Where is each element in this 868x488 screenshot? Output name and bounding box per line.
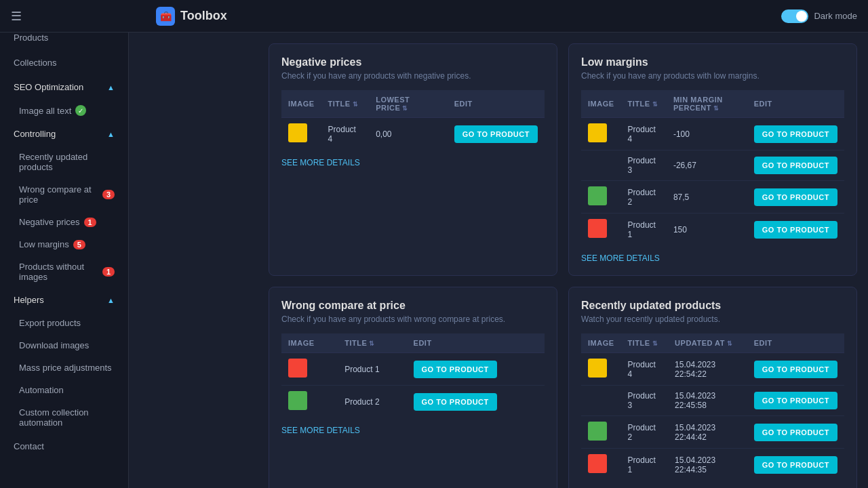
col-edit-np: EDIT: [448, 90, 545, 118]
negative-prices-see-more[interactable]: SEE MORE DETAILS: [281, 158, 360, 167]
col-image-wc: IMAGE: [281, 333, 338, 353]
sidebar-item-negative-prices[interactable]: Negative prices 1: [0, 211, 128, 233]
dark-mode-label: Dark mode: [814, 11, 857, 21]
sidebar-item-wrong-compare[interactable]: Wrong compare at price 3: [0, 178, 128, 211]
product-margin-cell: 87,5: [667, 181, 747, 214]
table-row: Product 1 GO TO PRODUCT: [281, 353, 545, 386]
low-margins-see-more[interactable]: SEE MORE DETAILS: [581, 253, 660, 263]
product-color-swatch: [588, 454, 607, 473]
product-updated-at-cell: 15.04.2023 22:44:42: [668, 416, 747, 449]
col-lowest-price-np: LOWEST PRICE⇅: [369, 90, 448, 118]
sidebar-item-contact[interactable]: Contact: [0, 434, 128, 459]
go-to-product-button[interactable]: GO TO PRODUCT: [754, 392, 837, 409]
product-lowest-price-cell: 0,00: [369, 118, 448, 150]
download-images-label: Download images: [19, 340, 89, 350]
product-title-cell: Product 1: [621, 449, 669, 481]
wrong-compare-subtitle: Check if you have any products with wron…: [281, 314, 545, 324]
product-title-cell: Product 4: [321, 118, 370, 150]
toggle-knob: [796, 11, 807, 22]
product-image-cell: [581, 353, 621, 386]
sidebar-item-recently-updated[interactable]: Recently updated products: [0, 146, 128, 178]
sidebar-item-download-images[interactable]: Download images: [0, 334, 128, 357]
sidebar-item-collections[interactable]: Collections: [0, 50, 128, 75]
product-color-swatch: [288, 123, 307, 142]
sidebar-item-custom-collection[interactable]: Custom collection automation: [0, 401, 128, 434]
product-image-cell: [281, 118, 321, 150]
wrong-compare-title: Wrong compare at price: [281, 300, 545, 312]
col-title-wc: TITLE⇅: [338, 333, 406, 353]
table-row: Product 4 15.04.2023 22:54:22 GO TO PROD…: [581, 353, 844, 386]
go-to-product-button[interactable]: GO TO PRODUCT: [754, 188, 837, 206]
hamburger-button[interactable]: ☰: [11, 9, 22, 24]
col-edit-wc: EDIT: [407, 333, 545, 353]
check-icon: ✓: [75, 105, 86, 116]
col-image-np: IMAGE: [281, 90, 321, 118]
product-image-cell: [581, 214, 621, 246]
product-updated-at-cell: 15.04.2023 22:44:35: [668, 449, 747, 481]
negative-prices-label: Negative prices: [19, 217, 80, 227]
product-image-cell: [581, 449, 621, 481]
col-updated-at-ru: UPDATED AT⇅: [668, 333, 747, 353]
go-to-product-button[interactable]: GO TO PRODUCT: [754, 424, 837, 441]
wrong-compare-label: Wrong compare at price: [19, 184, 98, 205]
go-to-product-button[interactable]: GO TO PRODUCT: [754, 157, 837, 174]
dark-mode-toggle[interactable]: Dark mode: [781, 9, 857, 23]
app-title: Toolbox: [180, 9, 227, 23]
product-image-cell: [581, 118, 621, 150]
sidebar-item-mass-price[interactable]: Mass price adjustments: [0, 357, 128, 379]
product-color-swatch: [288, 391, 307, 410]
product-edit-cell: GO TO PRODUCT: [747, 181, 844, 214]
product-title-cell: Product 2: [621, 416, 669, 449]
wrong-compare-see-more[interactable]: SEE MORE DETAILS: [281, 426, 360, 435]
table-row: Product 1 15.04.2023 22:44:35 GO TO PROD…: [581, 449, 844, 481]
toggle-switch[interactable]: [781, 9, 808, 23]
go-to-product-button[interactable]: GO TO PRODUCT: [754, 456, 837, 474]
app-header: ☰ 🧰 Toolbox Dark mode: [0, 0, 868, 33]
low-margins-label: Low margins: [19, 239, 69, 249]
sidebar: Home Products Collections SEO Optimizati…: [0, 0, 129, 488]
recently-updated-table: IMAGE TITLE⇅ UPDATED AT⇅ EDIT Product 4 …: [581, 333, 844, 481]
sidebar-item-image-alt-text[interactable]: Image all text ✓: [0, 99, 128, 122]
col-image-lm: IMAGE: [581, 90, 621, 118]
go-to-product-button[interactable]: GO TO PRODUCT: [754, 221, 837, 239]
low-margins-card: Low margins Check if you have any produc…: [568, 43, 857, 276]
go-to-product-button[interactable]: GO TO PRODUCT: [414, 393, 497, 411]
sidebar-helpers-header[interactable]: Helpers ▲: [0, 288, 128, 312]
table-row: Product 2 15.04.2023 22:44:42 GO TO PROD…: [581, 416, 844, 449]
product-edit-cell: GO TO PRODUCT: [747, 118, 844, 150]
mass-price-label: Mass price adjustments: [19, 363, 112, 373]
product-color-swatch: [588, 422, 607, 441]
product-edit-cell: GO TO PRODUCT: [747, 386, 844, 416]
seo-chevron-icon: ▲: [107, 83, 115, 92]
product-image-cell: [281, 353, 338, 386]
table-row: Product 4 0,00 GO TO PRODUCT: [281, 118, 545, 150]
table-row: Product 1 150 GO TO PRODUCT: [581, 214, 844, 246]
sidebar-controlling-header[interactable]: Controlling ▲: [0, 122, 128, 146]
product-updated-at-cell: 15.04.2023 22:54:22: [668, 353, 747, 386]
automation-label: Automation: [19, 385, 64, 395]
sidebar-item-automation[interactable]: Automation: [0, 379, 128, 401]
negative-prices-card: Negative prices Check if you have any pr…: [269, 43, 557, 276]
product-title-cell: Product 1: [621, 214, 667, 246]
sidebar-item-export-products[interactable]: Export products: [0, 312, 128, 334]
go-to-product-button[interactable]: GO TO PRODUCT: [754, 125, 837, 143]
negative-prices-subtitle: Check if you have any products with nega…: [281, 71, 545, 81]
low-margins-title: Low margins: [581, 56, 844, 68]
go-to-product-button[interactable]: GO TO PRODUCT: [754, 361, 837, 378]
product-color-swatch: [288, 359, 307, 378]
main-content: Negative prices Check if you have any pr…: [258, 33, 868, 488]
sidebar-item-low-margins[interactable]: Low margins 5: [0, 233, 128, 256]
low-margins-badge: 5: [73, 240, 85, 249]
product-image-cell: [581, 150, 621, 181]
sidebar-item-products-without-images[interactable]: Products without images 1: [0, 256, 128, 288]
go-to-product-button[interactable]: GO TO PRODUCT: [454, 125, 538, 143]
product-title-cell: Product 1: [338, 353, 406, 386]
products-without-images-badge: 1: [102, 267, 115, 277]
product-title-cell: Product 4: [621, 118, 667, 150]
product-updated-at-cell: 15.04.2023 22:45:58: [668, 386, 747, 416]
sidebar-seo-header[interactable]: SEO Optimization ▲: [0, 75, 128, 99]
col-edit-ru: EDIT: [747, 333, 844, 353]
go-to-product-button[interactable]: GO TO PRODUCT: [414, 361, 497, 378]
low-margins-table: IMAGE TITLE⇅ MIN MARGIN PERCENT⇅ EDIT Pr…: [581, 90, 844, 245]
product-edit-cell: GO TO PRODUCT: [407, 386, 545, 418]
